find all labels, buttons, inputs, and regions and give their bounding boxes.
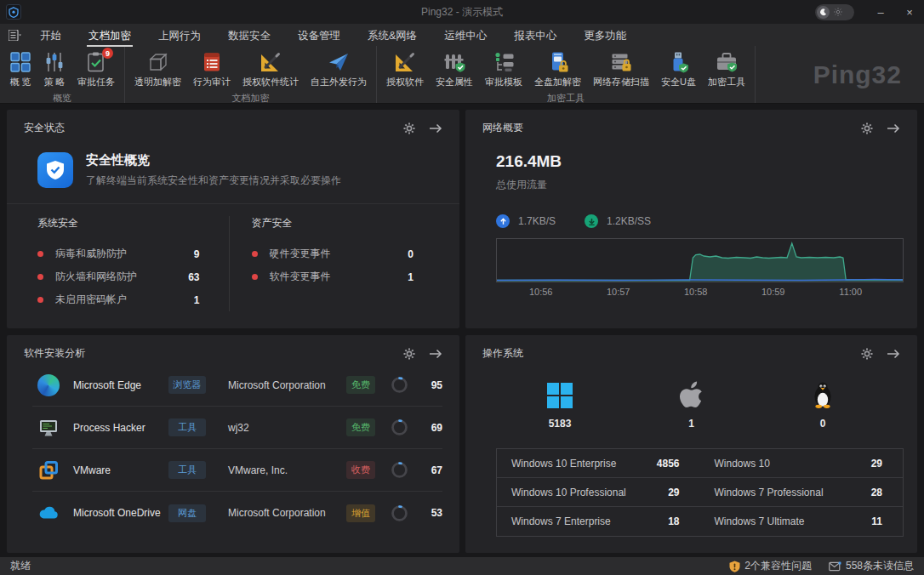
apple-icon [680, 381, 704, 408]
arrow-right-icon[interactable] [887, 123, 900, 134]
theme-toggle[interactable] [815, 4, 854, 20]
software-row[interactable]: Microsoft OneDrive 网盘 Microsoft Corporat… [32, 492, 442, 534]
category-badge: 工具 [168, 418, 206, 436]
download-icon [585, 214, 598, 228]
ribbon-item-transparent-encryption[interactable]: 透明加解密 [130, 49, 185, 90]
ssd-lock-icon [547, 51, 569, 73]
list-item[interactable]: 未启用密码帐户 1 [37, 288, 229, 311]
ribbon-item-authorized-software-stats[interactable]: 授权软件统计 [238, 49, 303, 90]
ribbon-item-secure-usb[interactable]: 安全U盘 [657, 49, 700, 90]
unread-messages[interactable]: 558条未读信息 [829, 559, 914, 573]
price-badge: 收费 [346, 461, 375, 479]
app-logo-icon [6, 4, 21, 20]
ribbon-item-self-outgoing[interactable]: 自主外发行为 [306, 49, 371, 90]
tab-report-center[interactable]: 报表中心 [512, 26, 558, 45]
tab-more-features[interactable]: 更多功能 [582, 26, 628, 45]
table-row: Windows 10 Enterprise4856 Windows 1029 [497, 449, 903, 478]
software-row[interactable]: Process Hacker 工具 wj32 免费 69 [32, 407, 442, 449]
panel-title: 操作系统 [482, 346, 523, 361]
window-title: Ping32 - 演示模式 [0, 5, 924, 20]
ribbon-group-label: 加密工具 [382, 90, 750, 107]
brand-watermark: Ping32 [813, 60, 902, 89]
moon-icon[interactable] [817, 6, 830, 19]
os-table-cell[interactable]: Windows 10 Enterprise4856 [497, 449, 700, 477]
tab-start[interactable]: 开始 [38, 26, 63, 45]
ribbon-item-approval-template[interactable]: 审批模板 [481, 49, 527, 90]
ribbon-item-authorized-software[interactable]: 授权软件 [382, 49, 428, 90]
cube-icon [147, 51, 169, 73]
arrow-right-icon[interactable] [429, 349, 442, 359]
tab-system-network[interactable]: 系统&网络 [366, 26, 419, 45]
alert-dot-icon [37, 274, 43, 280]
score-ring-icon [391, 418, 408, 436]
compatibility-issues[interactable]: 2个兼容性问题 [729, 559, 812, 573]
ribbon-item-approval-tasks[interactable]: 9 审批任务 [73, 49, 119, 90]
os-summary-apple[interactable]: 1 [645, 381, 739, 430]
tab-doc-encryption[interactable]: 文档加密 [87, 26, 133, 45]
total-traffic-value: 216.4MB [496, 152, 900, 171]
ribbon-item-security-attributes[interactable]: 安全属性 [431, 49, 477, 90]
arrow-right-icon[interactable] [429, 123, 442, 134]
security-overview-title: 安全性概览 [86, 152, 341, 168]
alert-dot-icon [252, 251, 258, 257]
panel-security-status: 安全状态 安全性概览 了解终端当前系统安全性和资产变更情况并采取必要操作 系统安… [7, 110, 459, 328]
os-summary-linux[interactable]: 0 [776, 381, 870, 430]
ribbon-item-policy[interactable]: 策 略 [39, 49, 70, 90]
os-table-cell[interactable]: Windows 7 Professional28 [700, 478, 904, 506]
software-row[interactable]: VMware 工具 VMware, Inc. 收费 67 [32, 449, 442, 492]
panel-title: 安全状态 [24, 121, 65, 135]
total-traffic-label: 总使用流量 [496, 178, 900, 192]
table-row: Windows 7 Enterprise18 Windows 7 Ultimat… [497, 507, 903, 536]
os-table-cell[interactable]: Windows 7 Enterprise18 [497, 507, 700, 536]
ruler-pen-icon [260, 51, 282, 73]
ribbon-item-network-storage-scan[interactable]: 网络存储扫描 [589, 49, 653, 90]
org-template-icon [493, 51, 515, 73]
os-table-cell[interactable]: Windows 10 Professional29 [497, 478, 700, 506]
ribbon-group-encryption-tools: 授权软件 安全属性 审批模板 全盘加解密 [377, 46, 756, 103]
price-badge: 免费 [346, 376, 375, 394]
gear-icon[interactable] [403, 348, 415, 360]
ribbon-item-overview[interactable]: 概 览 [5, 49, 36, 90]
gear-icon[interactable] [861, 122, 873, 134]
list-item[interactable]: 防火墙和网络防护 63 [37, 265, 229, 288]
os-summary-windows[interactable]: 5183 [513, 381, 607, 430]
os-table-cell[interactable]: Windows 7 Ultimate11 [700, 507, 904, 536]
tab-web-behavior[interactable]: 上网行为 [157, 26, 202, 45]
software-row[interactable]: Microsoft Edge 浏览器 Microsoft Corporation… [32, 364, 442, 407]
os-table-cell[interactable]: Windows 1029 [700, 449, 904, 477]
score-ring-icon [391, 461, 408, 479]
network-chart: 10:56 10:57 10:58 10:59 11:00 [496, 238, 904, 299]
ruler-pen-icon [394, 51, 416, 73]
tab-ops-center[interactable]: 运维中心 [442, 26, 488, 45]
ribbon-item-encryption-tools[interactable]: 加密工具 [704, 49, 750, 90]
windows-icon [547, 383, 573, 408]
column-heading: 资产安全 [252, 216, 443, 231]
list-item[interactable]: 硬件变更事件 0 [252, 242, 443, 265]
tab-device-management[interactable]: 设备管理 [296, 26, 342, 45]
panel-title: 软件安装分析 [24, 346, 85, 361]
grid-icon [9, 51, 31, 73]
gear-icon[interactable] [861, 348, 873, 360]
column-heading: 系统安全 [37, 216, 229, 231]
ribbon-group-label: 文档加密 [130, 90, 371, 107]
x-tick-label: 10:58 [684, 287, 708, 297]
download-speed: 1.2KB/SS [607, 215, 651, 227]
linux-tux-icon [812, 381, 834, 408]
sun-icon[interactable] [831, 6, 844, 19]
alert-dot-icon [37, 251, 43, 257]
ribbon-item-full-disk-encryption[interactable]: 全盘加解密 [530, 49, 585, 90]
ribbon-item-behavior-audit[interactable]: 行为审计 [189, 49, 235, 90]
list-item[interactable]: 软件变更事件 1 [252, 265, 443, 288]
arrow-right-icon[interactable] [887, 349, 900, 359]
alert-dot-icon [37, 297, 43, 303]
score-ring-icon [391, 376, 408, 394]
table-row: Windows 10 Professional29 Windows 7 Prof… [497, 478, 903, 507]
list-item[interactable]: 病毒和威胁防护 9 [37, 242, 229, 265]
main-menu-button[interactable] [9, 30, 21, 41]
category-badge: 工具 [168, 461, 206, 479]
minimize-button[interactable]: – [866, 0, 895, 24]
gear-icon[interactable] [403, 122, 415, 134]
tab-data-security[interactable]: 数据安全 [226, 26, 272, 45]
close-button[interactable]: × [895, 0, 924, 24]
sliders-icon [43, 51, 66, 73]
